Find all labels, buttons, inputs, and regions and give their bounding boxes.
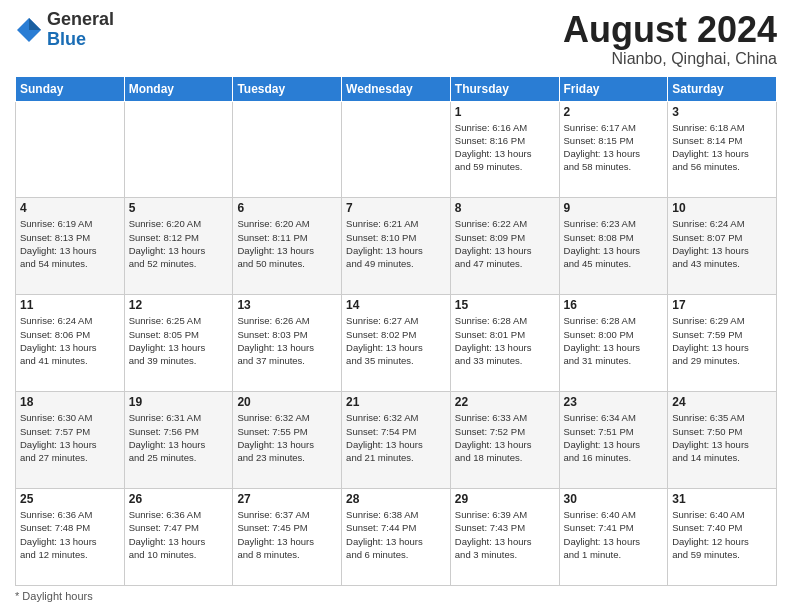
calendar-cell: 2Sunrise: 6:17 AM Sunset: 8:15 PM Daylig… bbox=[559, 101, 668, 198]
day-info: Sunrise: 6:22 AM Sunset: 8:09 PM Dayligh… bbox=[455, 217, 555, 270]
day-number: 7 bbox=[346, 201, 446, 215]
day-info: Sunrise: 6:29 AM Sunset: 7:59 PM Dayligh… bbox=[672, 314, 772, 367]
day-info: Sunrise: 6:20 AM Sunset: 8:11 PM Dayligh… bbox=[237, 217, 337, 270]
day-number: 13 bbox=[237, 298, 337, 312]
day-info: Sunrise: 6:17 AM Sunset: 8:15 PM Dayligh… bbox=[564, 121, 664, 174]
day-number: 3 bbox=[672, 105, 772, 119]
day-info: Sunrise: 6:32 AM Sunset: 7:54 PM Dayligh… bbox=[346, 411, 446, 464]
calendar-cell: 11Sunrise: 6:24 AM Sunset: 8:06 PM Dayli… bbox=[16, 295, 125, 392]
calendar-cell: 22Sunrise: 6:33 AM Sunset: 7:52 PM Dayli… bbox=[450, 392, 559, 489]
logo-general: General bbox=[47, 9, 114, 29]
calendar-cell: 27Sunrise: 6:37 AM Sunset: 7:45 PM Dayli… bbox=[233, 489, 342, 586]
day-number: 31 bbox=[672, 492, 772, 506]
day-number: 28 bbox=[346, 492, 446, 506]
calendar-cell: 13Sunrise: 6:26 AM Sunset: 8:03 PM Dayli… bbox=[233, 295, 342, 392]
calendar-cell: 12Sunrise: 6:25 AM Sunset: 8:05 PM Dayli… bbox=[124, 295, 233, 392]
col-wednesday: Wednesday bbox=[342, 76, 451, 101]
calendar-week-5: 25Sunrise: 6:36 AM Sunset: 7:48 PM Dayli… bbox=[16, 489, 777, 586]
calendar-cell: 24Sunrise: 6:35 AM Sunset: 7:50 PM Dayli… bbox=[668, 392, 777, 489]
calendar-cell: 26Sunrise: 6:36 AM Sunset: 7:47 PM Dayli… bbox=[124, 489, 233, 586]
day-number: 10 bbox=[672, 201, 772, 215]
day-info: Sunrise: 6:40 AM Sunset: 7:41 PM Dayligh… bbox=[564, 508, 664, 561]
day-info: Sunrise: 6:34 AM Sunset: 7:51 PM Dayligh… bbox=[564, 411, 664, 464]
day-info: Sunrise: 6:24 AM Sunset: 8:06 PM Dayligh… bbox=[20, 314, 120, 367]
calendar-week-3: 11Sunrise: 6:24 AM Sunset: 8:06 PM Dayli… bbox=[16, 295, 777, 392]
calendar-week-1: 1Sunrise: 6:16 AM Sunset: 8:16 PM Daylig… bbox=[16, 101, 777, 198]
calendar-cell: 14Sunrise: 6:27 AM Sunset: 8:02 PM Dayli… bbox=[342, 295, 451, 392]
day-info: Sunrise: 6:23 AM Sunset: 8:08 PM Dayligh… bbox=[564, 217, 664, 270]
day-number: 1 bbox=[455, 105, 555, 119]
day-number: 18 bbox=[20, 395, 120, 409]
day-info: Sunrise: 6:28 AM Sunset: 8:01 PM Dayligh… bbox=[455, 314, 555, 367]
day-number: 2 bbox=[564, 105, 664, 119]
day-number: 23 bbox=[564, 395, 664, 409]
day-info: Sunrise: 6:16 AM Sunset: 8:16 PM Dayligh… bbox=[455, 121, 555, 174]
day-number: 30 bbox=[564, 492, 664, 506]
day-number: 16 bbox=[564, 298, 664, 312]
footer-text: Daylight hours bbox=[22, 590, 92, 602]
day-info: Sunrise: 6:36 AM Sunset: 7:47 PM Dayligh… bbox=[129, 508, 229, 561]
calendar-header: Sunday Monday Tuesday Wednesday Thursday… bbox=[16, 76, 777, 101]
day-number: 24 bbox=[672, 395, 772, 409]
day-info: Sunrise: 6:19 AM Sunset: 8:13 PM Dayligh… bbox=[20, 217, 120, 270]
day-number: 21 bbox=[346, 395, 446, 409]
day-info: Sunrise: 6:27 AM Sunset: 8:02 PM Dayligh… bbox=[346, 314, 446, 367]
calendar-cell: 23Sunrise: 6:34 AM Sunset: 7:51 PM Dayli… bbox=[559, 392, 668, 489]
col-friday: Friday bbox=[559, 76, 668, 101]
col-monday: Monday bbox=[124, 76, 233, 101]
day-info: Sunrise: 6:18 AM Sunset: 8:14 PM Dayligh… bbox=[672, 121, 772, 174]
calendar-cell: 21Sunrise: 6:32 AM Sunset: 7:54 PM Dayli… bbox=[342, 392, 451, 489]
page: General Blue August 2024 Nianbo, Qinghai… bbox=[0, 0, 792, 612]
day-info: Sunrise: 6:30 AM Sunset: 7:57 PM Dayligh… bbox=[20, 411, 120, 464]
calendar-cell: 6Sunrise: 6:20 AM Sunset: 8:11 PM Daylig… bbox=[233, 198, 342, 295]
day-number: 25 bbox=[20, 492, 120, 506]
header: General Blue August 2024 Nianbo, Qinghai… bbox=[15, 10, 777, 68]
logo: General Blue bbox=[15, 10, 114, 50]
calendar-cell: 31Sunrise: 6:40 AM Sunset: 7:40 PM Dayli… bbox=[668, 489, 777, 586]
calendar-cell: 30Sunrise: 6:40 AM Sunset: 7:41 PM Dayli… bbox=[559, 489, 668, 586]
day-number: 29 bbox=[455, 492, 555, 506]
day-number: 12 bbox=[129, 298, 229, 312]
month-year: August 2024 bbox=[563, 10, 777, 50]
location: Nianbo, Qinghai, China bbox=[563, 50, 777, 68]
col-saturday: Saturday bbox=[668, 76, 777, 101]
day-info: Sunrise: 6:36 AM Sunset: 7:48 PM Dayligh… bbox=[20, 508, 120, 561]
day-number: 19 bbox=[129, 395, 229, 409]
calendar-cell bbox=[124, 101, 233, 198]
calendar-cell: 17Sunrise: 6:29 AM Sunset: 7:59 PM Dayli… bbox=[668, 295, 777, 392]
day-info: Sunrise: 6:21 AM Sunset: 8:10 PM Dayligh… bbox=[346, 217, 446, 270]
day-info: Sunrise: 6:40 AM Sunset: 7:40 PM Dayligh… bbox=[672, 508, 772, 561]
calendar-cell bbox=[342, 101, 451, 198]
calendar-cell bbox=[16, 101, 125, 198]
day-number: 8 bbox=[455, 201, 555, 215]
footer-note: * Daylight hours bbox=[15, 590, 777, 602]
day-info: Sunrise: 6:38 AM Sunset: 7:44 PM Dayligh… bbox=[346, 508, 446, 561]
col-sunday: Sunday bbox=[16, 76, 125, 101]
day-number: 27 bbox=[237, 492, 337, 506]
calendar-cell: 8Sunrise: 6:22 AM Sunset: 8:09 PM Daylig… bbox=[450, 198, 559, 295]
day-info: Sunrise: 6:25 AM Sunset: 8:05 PM Dayligh… bbox=[129, 314, 229, 367]
day-info: Sunrise: 6:20 AM Sunset: 8:12 PM Dayligh… bbox=[129, 217, 229, 270]
calendar-cell: 4Sunrise: 6:19 AM Sunset: 8:13 PM Daylig… bbox=[16, 198, 125, 295]
calendar-cell: 7Sunrise: 6:21 AM Sunset: 8:10 PM Daylig… bbox=[342, 198, 451, 295]
logo-blue: Blue bbox=[47, 29, 86, 49]
calendar-cell: 15Sunrise: 6:28 AM Sunset: 8:01 PM Dayli… bbox=[450, 295, 559, 392]
day-info: Sunrise: 6:32 AM Sunset: 7:55 PM Dayligh… bbox=[237, 411, 337, 464]
calendar-cell: 29Sunrise: 6:39 AM Sunset: 7:43 PM Dayli… bbox=[450, 489, 559, 586]
day-number: 26 bbox=[129, 492, 229, 506]
day-number: 15 bbox=[455, 298, 555, 312]
calendar-cell: 25Sunrise: 6:36 AM Sunset: 7:48 PM Dayli… bbox=[16, 489, 125, 586]
day-info: Sunrise: 6:33 AM Sunset: 7:52 PM Dayligh… bbox=[455, 411, 555, 464]
day-number: 17 bbox=[672, 298, 772, 312]
day-number: 6 bbox=[237, 201, 337, 215]
calendar-cell bbox=[233, 101, 342, 198]
calendar-cell: 20Sunrise: 6:32 AM Sunset: 7:55 PM Dayli… bbox=[233, 392, 342, 489]
calendar-cell: 1Sunrise: 6:16 AM Sunset: 8:16 PM Daylig… bbox=[450, 101, 559, 198]
calendar-table: Sunday Monday Tuesday Wednesday Thursday… bbox=[15, 76, 777, 586]
day-info: Sunrise: 6:24 AM Sunset: 8:07 PM Dayligh… bbox=[672, 217, 772, 270]
day-number: 22 bbox=[455, 395, 555, 409]
day-info: Sunrise: 6:35 AM Sunset: 7:50 PM Dayligh… bbox=[672, 411, 772, 464]
day-number: 9 bbox=[564, 201, 664, 215]
day-info: Sunrise: 6:37 AM Sunset: 7:45 PM Dayligh… bbox=[237, 508, 337, 561]
day-info: Sunrise: 6:28 AM Sunset: 8:00 PM Dayligh… bbox=[564, 314, 664, 367]
